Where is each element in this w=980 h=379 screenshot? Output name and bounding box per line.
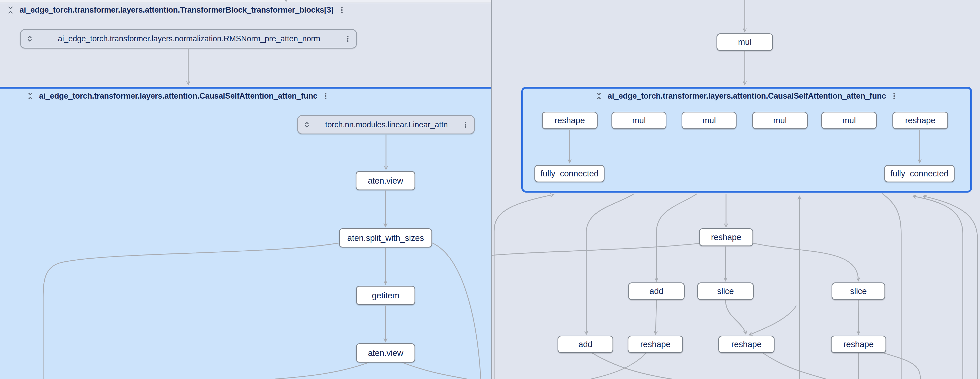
graph-edge [923,196,977,379]
graph-pane-right[interactable]: ai_edge_torch.transformer.layers.attenti… [492,0,980,379]
kebab-icon[interactable] [890,92,898,100]
op-node[interactable]: reshape [628,336,683,353]
collapsed-layer-node[interactable]: ai_edge_torch.transformer.layers.normali… [20,29,357,49]
unfold-more-icon[interactable] [302,120,311,129]
op-node-label: mul [773,116,787,125]
collapsed-layer-node[interactable]: torch.nn.modules.linear.Linear_attn [297,115,475,134]
op-node-label: getitem [372,291,399,301]
graph-edge [880,352,920,379]
op-node-label: add [649,286,663,296]
op-node[interactable]: reshape [699,228,753,246]
unfold-less-icon[interactable] [26,91,35,101]
graph-edge [725,300,746,334]
op-node[interactable]: mul [716,33,773,51]
op-node[interactable]: reshape [892,112,948,129]
graph-edge [494,194,553,379]
graph-edge [858,300,859,334]
graph-edge [275,362,370,379]
op-node-label: mul [842,116,856,125]
op-node[interactable]: add [558,336,613,353]
collapsed-layer-label: ai_edge_torch.transformer.layers.normali… [34,34,344,43]
op-node[interactable]: mul [752,112,808,129]
op-node[interactable]: aten.view [356,343,415,363]
op-node-label: reshape [640,339,671,349]
causal-group-label-right: ai_edge_torch.transformer.layers.attenti… [608,91,886,101]
op-node-label: fully_connected [540,169,598,178]
op-node-label: mul [632,116,646,125]
unfold-more-icon[interactable] [25,34,34,43]
op-node[interactable]: getitem [356,286,415,305]
kebab-icon[interactable] [338,6,346,14]
graph-edge [586,194,634,334]
op-node[interactable]: slice [832,282,885,300]
kebab-icon[interactable] [344,35,352,43]
op-node[interactable]: add [628,282,685,300]
op-node-label: reshape [843,339,874,349]
transformer-block-title-bar: ai_edge_torch.transformer.layers.attenti… [6,5,346,15]
op-node-label: aten.view [368,348,404,358]
op-node[interactable]: fully_connected [535,165,605,182]
unfold-less-icon[interactable] [6,5,16,15]
graph-edge [655,300,656,334]
op-node-label: mul [738,37,752,47]
op-node[interactable]: reshape [542,112,598,129]
op-node[interactable]: reshape [831,336,886,353]
op-node[interactable]: slice [697,282,754,300]
collapsed-layer-label: torch.nn.modules.linear.Linear_attn [311,120,462,129]
graph-edge [432,243,481,379]
op-node-label: add [578,339,592,349]
op-node-label: aten.split_with_sizes [347,233,424,243]
graph-edge [656,194,697,281]
graph-edge [592,353,672,379]
op-node-label: reshape [555,116,585,125]
op-node[interactable]: aten.split_with_sizes [339,228,432,248]
op-node[interactable]: mul [821,112,877,129]
op-node[interactable]: mul [682,112,737,129]
graph-edge [492,244,699,255]
graph-edge [763,353,826,379]
unfold-less-icon[interactable] [594,91,603,101]
kebab-icon[interactable] [462,121,469,129]
op-node-label: mul [702,116,716,125]
op-node[interactable]: reshape [718,336,775,353]
graph-edge [401,362,467,379]
graph-edge [913,196,963,379]
op-node[interactable]: mul [611,112,667,129]
kebab-icon[interactable] [321,92,330,100]
op-node-label: reshape [711,232,741,242]
model-explorer-canvas: ai_edge_torch.transformer.layers.attenti… [0,0,980,379]
causal-group-header-left: ai_edge_torch.transformer.layers.attenti… [26,91,330,101]
op-node-label: slice [850,286,867,296]
causal-group-label-left: ai_edge_torch.transformer.layers.attenti… [39,91,317,101]
op-node-label: reshape [905,116,935,125]
op-node-label: slice [717,286,734,296]
pane-divider[interactable] [491,0,492,379]
op-node[interactable]: aten.view [356,171,415,190]
graph-edge [43,243,339,379]
transformer-block-title: ai_edge_torch.transformer.layers.attenti… [19,5,334,14]
op-node-label: fully_connected [890,169,948,178]
op-node[interactable]: fully_connected [884,165,955,182]
op-node-label: reshape [732,339,762,349]
op-node-label: aten.view [368,176,403,186]
graph-edge [749,306,796,335]
causal-group-header-right: ai_edge_torch.transformer.layers.attenti… [594,91,898,101]
graph-pane-left[interactable]: ai_edge_torch.transformer.layers.attenti… [0,0,491,379]
graph-edge [752,243,858,280]
